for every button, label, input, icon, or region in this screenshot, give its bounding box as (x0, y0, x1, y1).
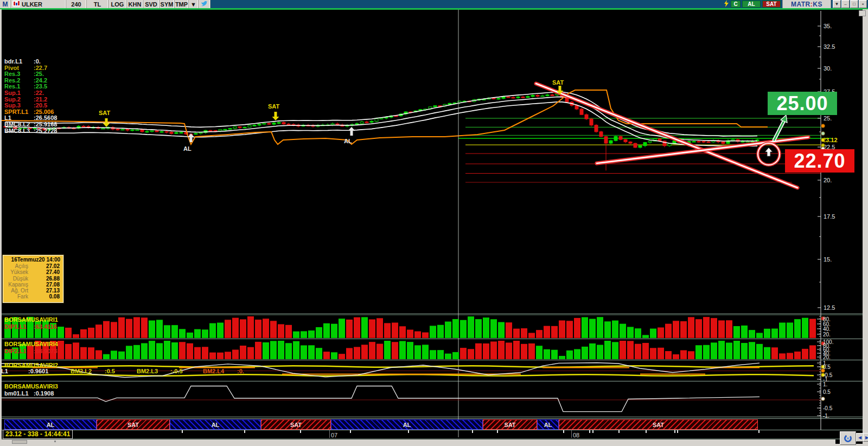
indicator-value-row: L1:26.5608 (4, 114, 57, 121)
c-button[interactable]: C (731, 1, 741, 8)
panel-inline-label: :0.9601 (28, 368, 48, 374)
toolbar-button-sym[interactable]: SYM (159, 0, 175, 8)
toolbar-button-khn[interactable]: KHN (127, 0, 143, 8)
status-readout: 23.12 - 338 - 14:44:41 (3, 430, 73, 439)
toolbar-button-tl[interactable]: TL (87, 0, 108, 8)
scroll-left-button[interactable]: ◀ (856, 433, 864, 442)
indicator-value-row: Res.1:23.5 (4, 83, 47, 90)
trade-tick (497, 430, 498, 433)
panel-inline-label: BM2.L4 (203, 368, 224, 374)
al-button[interactable]: AL (742, 1, 761, 8)
matriks-chart-window: SATALSATALSAT35.32.530.27.525.22.520.17.… (0, 0, 868, 446)
trade-tick (408, 430, 409, 433)
menu-m-button[interactable]: M (0, 0, 11, 8)
trade-tick (618, 430, 620, 433)
toolbar-button-tmp[interactable]: TMP (175, 0, 189, 8)
panel-inline-label: :-0.5 (170, 368, 183, 374)
month-separator (329, 430, 330, 438)
chevron-down-icon[interactable]: ▼ (189, 0, 199, 8)
panel-title: BORSAMUSAVIRI3 (4, 383, 58, 390)
indicator-value-row: SPRT.L1:25.006 (4, 109, 54, 115)
trade-tick (563, 430, 564, 433)
scrollbar-thumb[interactable] (12, 440, 27, 444)
indicator-value-row: Res.2:24.2 (4, 77, 47, 84)
horizontal-scrollbar[interactable] (2, 439, 835, 444)
panel-value: DIP1.L1:63.4116 (4, 323, 57, 330)
window-controls: ▼–□× (833, 0, 867, 8)
tooltip-row: Yüksek27.40 (3, 269, 63, 275)
bottom-border (0, 444, 868, 446)
indicator-value-row: Pivot:22.7 (4, 65, 47, 71)
signal-bar-segment-al[interactable]: AL (170, 419, 261, 430)
tooltip-row: Düşük26.88 (3, 276, 63, 282)
tooltip-row: Fark0.08 (3, 294, 63, 300)
trade-tick (646, 430, 647, 433)
panel-title: BORSAMUSAVIRI4 (4, 341, 58, 347)
signal-bar-segment-sat[interactable]: SAT (559, 419, 758, 430)
maximize-button[interactable]: □ (850, 0, 858, 8)
twitter-icon[interactable] (199, 0, 210, 8)
right-border (863, 9, 868, 446)
panel-value: DIP2.L1:88.9073 (4, 348, 57, 354)
trade-tick (758, 430, 760, 433)
sat-button[interactable]: SAT (762, 1, 781, 8)
indicator-value-row: bdr.L1:0. (4, 58, 41, 65)
indicator-value-row: BMC8.L3:25.2728 (4, 128, 57, 134)
stop-price-label[interactable]: 22.70 (785, 149, 854, 173)
signal-bar-segment-sat[interactable]: SAT (97, 419, 170, 430)
symbol-cell[interactable]: ULKER (11, 0, 66, 8)
toolbar-button-svd[interactable]: SVD (143, 0, 159, 8)
panel-value: bm01.L1:0.1908 (4, 390, 54, 397)
minimize-button[interactable]: – (841, 0, 850, 8)
scroll-right-button[interactable]: ▶ (863, 433, 868, 442)
bar-data-tooltip: 16Temmuz20 14:00 Açılış27.02Yüksek27.40D… (3, 255, 63, 303)
toolbar: M ULKER 240TLLOGKHNSVDSYMTMP ▼ CALSAT MA… (0, 0, 868, 9)
signal-bar-segment-al[interactable]: AL (4, 419, 97, 430)
toolbar-button-log[interactable]: LOG (108, 0, 127, 8)
chart-background (2, 9, 863, 444)
date-label: 07 (331, 432, 337, 438)
panel-inline-label: L1 (1, 368, 8, 374)
trade-tick (589, 430, 590, 433)
tooltip-header: 16Temmuz20 14:00 (3, 256, 63, 263)
scroll-top-button[interactable] (859, 10, 866, 16)
signal-bar-segment-sat[interactable]: SAT (261, 419, 331, 430)
indicator-value-row: Sup.1:22. (4, 90, 44, 96)
order-buttons: CALSAT (731, 1, 781, 8)
panel-inline-label: BM2.L3 (137, 368, 158, 374)
trade-tick (674, 430, 675, 433)
trade-tick (472, 430, 473, 433)
panel-inline-label: BM2.L2 (71, 368, 92, 374)
mini-chart-icon (12, 1, 20, 8)
target-price-label[interactable]: 25.00 (768, 92, 837, 115)
indicator-value-row: Sup.2:21.2 (4, 96, 47, 103)
panel-inline-label: :0. (237, 368, 244, 374)
symbol-name: ULKER (22, 1, 42, 8)
tooltip-row: Açılış27.02 (3, 263, 63, 269)
window-dropdown-button[interactable]: ▼ (833, 0, 841, 8)
trade-tick (182, 430, 183, 433)
date-label: 08 (573, 432, 579, 438)
signal-bar-segment-sat[interactable]: SAT (483, 419, 537, 430)
trade-tick (244, 430, 245, 433)
trade-tick (350, 430, 351, 433)
signal-bar-segment-al[interactable]: AL (331, 419, 483, 430)
trade-tick (592, 430, 593, 433)
toolbar-button-240[interactable]: 240 (66, 0, 87, 8)
toolbar-spacer (210, 0, 724, 8)
signal-bar-segment-al[interactable]: AL (537, 419, 559, 430)
refresh-logo-button[interactable] (840, 431, 856, 445)
tooltip-row: Kapanış27.08 (3, 282, 63, 288)
panel-inline-label: :0.5 (105, 368, 115, 374)
month-separator (571, 430, 572, 438)
lightning-icon[interactable] (724, 0, 729, 9)
indicator-value-row: Sup.3:20.5 (4, 102, 47, 109)
toolbar-right: CALSAT MATR:KS ▼–□× (724, 0, 868, 8)
close-button[interactable]: × (859, 0, 867, 8)
toolbar-cells: 240TLLOGKHNSVDSYMTMP (66, 0, 189, 8)
trade-tick (300, 430, 301, 433)
trade-tick (677, 430, 678, 433)
tooltip-row: Ağ. Ort27.13 (3, 288, 63, 294)
indicator-value-row: Res.3:25. (4, 71, 44, 77)
matriks-logo: MATR:KS (782, 0, 831, 8)
